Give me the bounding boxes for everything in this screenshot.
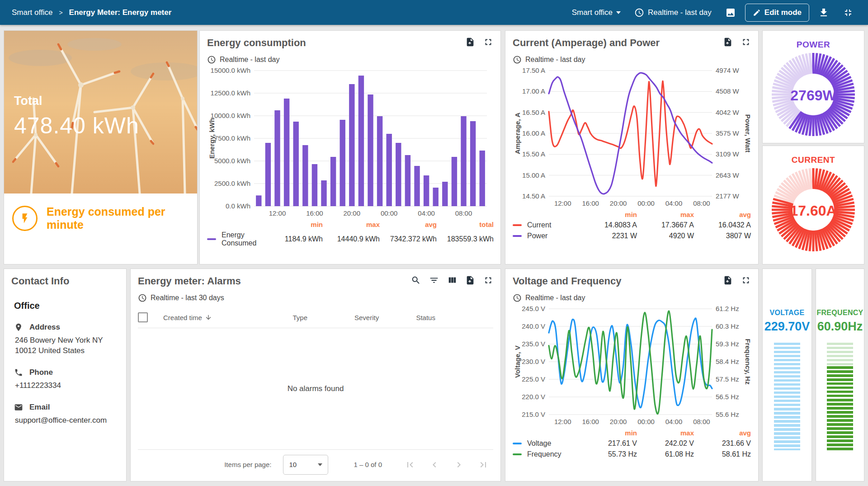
column-type[interactable]: Type bbox=[293, 314, 354, 321]
widget-timewindow[interactable]: Realtime - last day bbox=[513, 55, 751, 64]
tick-label: 15000.0 kWh bbox=[211, 66, 250, 74]
column-status[interactable]: Status bbox=[416, 314, 493, 321]
next-page-icon[interactable] bbox=[453, 459, 464, 470]
axis-title: Amperage, A bbox=[514, 113, 521, 154]
widget-timewindow[interactable]: Realtime - last day bbox=[513, 293, 751, 302]
bar bbox=[396, 143, 401, 206]
email-value: support@office-center.com bbox=[15, 415, 119, 426]
tick-label: 61.2 Hz bbox=[716, 305, 739, 312]
legend-series-label[interactable]: Voltage bbox=[513, 439, 580, 448]
legend-stat-value: 55.73 Hz bbox=[580, 450, 637, 458]
select-all-checkbox[interactable] bbox=[138, 312, 148, 322]
legend-stat-value: 1184.9 kWh bbox=[266, 235, 323, 243]
tick-label: 58.4 Hz bbox=[716, 358, 739, 365]
tick-label: 00:00 bbox=[381, 209, 398, 217]
export-icon[interactable] bbox=[465, 275, 475, 285]
legend-series-label[interactable]: Power bbox=[513, 232, 580, 240]
legend-swatch bbox=[513, 224, 522, 226]
tick-label: 20:00 bbox=[610, 199, 627, 207]
legend-stat-value: 217.61 V bbox=[580, 439, 637, 448]
location-pin-icon bbox=[14, 323, 23, 332]
fullscreen-icon[interactable] bbox=[741, 275, 751, 285]
filter-icon[interactable] bbox=[429, 275, 439, 285]
exit-fullscreen-button[interactable] bbox=[838, 4, 858, 22]
tick-label: 14.50 A bbox=[522, 192, 545, 200]
voltage-frequency-line-chart: 245.0 V61.2 Hz240.0 V60.3 Hz235.0 V59.3 … bbox=[513, 304, 751, 427]
legend-swatch bbox=[513, 235, 522, 237]
timewindow-label: Realtime - last day bbox=[525, 294, 585, 302]
total-value: 478.40 kWh bbox=[14, 113, 139, 139]
entity-select[interactable]: Smart office bbox=[567, 5, 625, 21]
last-page-icon[interactable] bbox=[478, 459, 489, 470]
widget-timewindow[interactable]: Realtime - last day bbox=[207, 55, 493, 64]
power-gauge-title: POWER bbox=[797, 40, 830, 50]
widget-title: Current (Amperage) and Power bbox=[513, 37, 660, 49]
address-label: Address bbox=[29, 323, 60, 332]
items-per-page-value: 10 bbox=[289, 461, 297, 468]
widget-title: Energy meter: Alarms bbox=[138, 275, 241, 287]
fullscreen-icon[interactable] bbox=[741, 37, 751, 47]
column-severity[interactable]: Severity bbox=[354, 314, 416, 321]
tick-label: 235.0 V bbox=[522, 340, 545, 348]
widget-timewindow[interactable]: Realtime - last 30 days bbox=[138, 293, 493, 302]
fullscreen-icon[interactable] bbox=[483, 37, 493, 47]
wind-turbines-photo: Total 478.40 kWh bbox=[4, 31, 197, 193]
legend-series-label[interactable]: Current bbox=[513, 221, 580, 229]
voltage-frequency-widget: Voltage and Frequency Realtime - last da… bbox=[505, 269, 759, 481]
legend-stat-value: 16.0432 A bbox=[694, 221, 751, 229]
export-icon[interactable] bbox=[723, 37, 733, 47]
legend-stat-header: max bbox=[637, 429, 694, 437]
first-page-icon[interactable] bbox=[405, 459, 415, 470]
breadcrumb-root[interactable]: Smart office bbox=[12, 8, 52, 17]
timewindow-label: Realtime - last day bbox=[648, 8, 712, 17]
tick-label: 17.00 A bbox=[522, 87, 545, 95]
screenshot-button[interactable] bbox=[721, 4, 741, 22]
edit-mode-label: Edit mode bbox=[764, 8, 802, 17]
tick-label: 04:00 bbox=[418, 209, 435, 217]
previous-page-icon[interactable] bbox=[429, 459, 440, 470]
legend-stat-header: total bbox=[437, 221, 494, 228]
current-gauge-value: 17.60A bbox=[770, 167, 856, 255]
legend-stat-value: 17.3667 A bbox=[637, 221, 694, 229]
energy-legend: minmaxavgtotalEnergy Consumed1184.9 kWh1… bbox=[207, 221, 493, 247]
current-gauge-title: CURRENT bbox=[792, 155, 835, 165]
tick-label: 215.0 V bbox=[522, 411, 545, 418]
frequency-level-gauge bbox=[827, 343, 853, 450]
download-button[interactable] bbox=[814, 4, 834, 22]
export-icon[interactable] bbox=[723, 275, 733, 285]
legend-stat-header: avg bbox=[694, 429, 751, 437]
email-label: Email bbox=[29, 403, 50, 412]
tick-label: 56.5 Hz bbox=[716, 393, 739, 401]
tick-label: 3109 W bbox=[716, 150, 740, 158]
edit-mode-button[interactable]: Edit mode bbox=[745, 4, 809, 22]
legend-series-label[interactable]: Frequency bbox=[513, 450, 580, 458]
legend-stat-header: max bbox=[637, 211, 694, 218]
bar bbox=[377, 116, 382, 206]
current-power-svg: 17.50 A4974 W17.00 A4508 W16.50 A4042 W1… bbox=[513, 66, 751, 209]
legend-series-label[interactable]: Energy Consumed bbox=[207, 231, 266, 247]
bar bbox=[340, 120, 345, 206]
search-icon[interactable] bbox=[411, 275, 421, 285]
tick-label: 00:00 bbox=[637, 199, 655, 207]
bar bbox=[349, 84, 354, 206]
legend-stat-value: 4920 W bbox=[637, 232, 694, 240]
bar bbox=[274, 110, 280, 206]
legend-swatch bbox=[513, 453, 522, 455]
email-icon bbox=[14, 403, 23, 412]
tick-label: 15.00 A bbox=[522, 171, 545, 179]
tick-label: 15.50 A bbox=[522, 150, 545, 158]
phone-label: Phone bbox=[29, 368, 53, 377]
contact-info-widget: Contact Info Office Address 246 Bowery N… bbox=[4, 269, 127, 481]
column-created-time[interactable]: Created time bbox=[163, 314, 293, 321]
tick-label: 17.50 A bbox=[522, 66, 545, 74]
legend-stat-value: 14440.9 kWh bbox=[323, 235, 380, 243]
export-icon[interactable] bbox=[465, 37, 475, 47]
legend-stat-value: 58.61 Hz bbox=[694, 450, 751, 458]
items-per-page-select[interactable]: 10 bbox=[283, 455, 328, 475]
timewindow-button[interactable]: Realtime - last day bbox=[630, 4, 716, 21]
total-overlay: Total 478.40 kWh bbox=[14, 94, 139, 139]
columns-icon[interactable] bbox=[447, 275, 457, 285]
fullscreen-icon[interactable] bbox=[483, 275, 493, 285]
axis-title: Frequency, Hz bbox=[744, 339, 751, 384]
tick-label: 5000.0 kWh bbox=[214, 157, 250, 165]
